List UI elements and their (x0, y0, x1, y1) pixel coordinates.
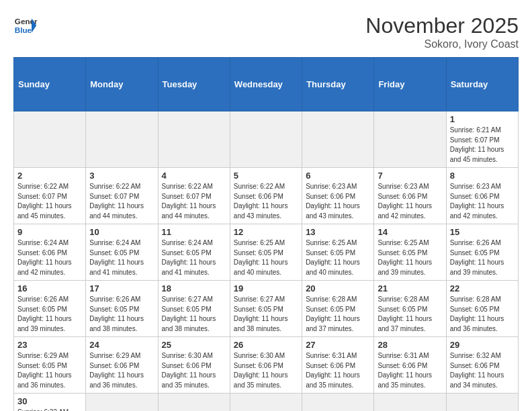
calendar-cell (86, 111, 158, 168)
calendar-title: November 2025 (365, 13, 519, 38)
calendar-table: SundayMondayTuesdayWednesdayThursdayFrid… (13, 57, 519, 411)
day-info: Sunrise: 6:28 AMSunset: 6:05 PMDaylight:… (306, 295, 370, 334)
calendar-cell (230, 394, 302, 412)
calendar-cell (302, 394, 374, 412)
day-number: 19 (234, 283, 298, 293)
day-info: Sunrise: 6:28 AMSunset: 6:05 PMDaylight:… (378, 295, 442, 334)
calendar-header-row: SundayMondayTuesdayWednesdayThursdayFrid… (14, 58, 519, 111)
day-info: Sunrise: 6:25 AMSunset: 6:05 PMDaylight:… (378, 238, 442, 277)
calendar-cell (446, 394, 518, 412)
calendar-cell: 8Sunrise: 6:23 AMSunset: 6:06 PMDaylight… (446, 168, 518, 224)
day-number: 13 (306, 227, 370, 237)
day-info: Sunrise: 6:24 AMSunset: 6:05 PMDaylight:… (89, 238, 154, 277)
calendar-week-row: 1Sunrise: 6:21 AMSunset: 6:07 PMDaylight… (14, 111, 519, 168)
day-number: 30 (17, 396, 82, 406)
day-info: Sunrise: 6:32 AMSunset: 6:06 PMDaylight:… (450, 351, 515, 390)
weekday-header: Sunday (14, 58, 86, 111)
calendar-cell: 16Sunrise: 6:26 AMSunset: 6:05 PMDayligh… (14, 281, 86, 337)
calendar-cell: 14Sunrise: 6:25 AMSunset: 6:05 PMDayligh… (374, 224, 446, 281)
day-info: Sunrise: 6:27 AMSunset: 6:05 PMDaylight:… (234, 295, 298, 334)
calendar-cell: 19Sunrise: 6:27 AMSunset: 6:05 PMDayligh… (230, 281, 302, 337)
day-info: Sunrise: 6:22 AMSunset: 6:07 PMDaylight:… (162, 182, 226, 221)
day-info: Sunrise: 6:29 AMSunset: 6:06 PMDaylight:… (89, 351, 154, 390)
calendar-cell: 27Sunrise: 6:31 AMSunset: 6:06 PMDayligh… (302, 337, 374, 394)
day-number: 17 (89, 283, 154, 293)
day-number: 10 (89, 227, 154, 237)
day-number: 15 (450, 227, 515, 237)
calendar-subtitle: Sokoro, Ivory Coast (365, 38, 519, 50)
day-info: Sunrise: 6:21 AMSunset: 6:07 PMDaylight:… (450, 126, 515, 165)
calendar-cell: 2Sunrise: 6:22 AMSunset: 6:07 PMDaylight… (14, 168, 86, 224)
day-number: 28 (378, 340, 442, 350)
calendar-cell: 7Sunrise: 6:23 AMSunset: 6:06 PMDaylight… (374, 168, 446, 224)
svg-text:Blue: Blue (15, 26, 32, 34)
calendar-cell: 20Sunrise: 6:28 AMSunset: 6:05 PMDayligh… (302, 281, 374, 337)
day-info: Sunrise: 6:26 AMSunset: 6:05 PMDaylight:… (17, 295, 82, 334)
day-info: Sunrise: 6:26 AMSunset: 6:05 PMDaylight:… (89, 295, 154, 334)
day-number: 11 (162, 227, 226, 237)
calendar-cell: 18Sunrise: 6:27 AMSunset: 6:05 PMDayligh… (158, 281, 230, 337)
day-info: Sunrise: 6:22 AMSunset: 6:07 PMDaylight:… (17, 182, 82, 221)
day-number: 25 (162, 340, 226, 350)
calendar-cell: 5Sunrise: 6:22 AMSunset: 6:06 PMDaylight… (230, 168, 302, 224)
day-number: 16 (17, 283, 82, 293)
day-number: 9 (17, 227, 82, 237)
weekday-header: Monday (86, 58, 158, 111)
day-info: Sunrise: 6:26 AMSunset: 6:05 PMDaylight:… (450, 238, 515, 277)
calendar-cell (158, 111, 230, 168)
day-number: 8 (450, 171, 515, 181)
weekday-header: Tuesday (158, 58, 230, 111)
weekday-header: Wednesday (230, 58, 302, 111)
calendar-week-row: 2Sunrise: 6:22 AMSunset: 6:07 PMDaylight… (14, 168, 519, 224)
day-number: 6 (306, 171, 370, 181)
day-number: 3 (89, 171, 154, 181)
calendar-cell: 1Sunrise: 6:21 AMSunset: 6:07 PMDaylight… (446, 111, 518, 168)
calendar-week-row: 23Sunrise: 6:29 AMSunset: 6:05 PMDayligh… (14, 337, 519, 394)
day-number: 4 (162, 171, 226, 181)
calendar-cell: 25Sunrise: 6:30 AMSunset: 6:06 PMDayligh… (158, 337, 230, 394)
day-info: Sunrise: 6:29 AMSunset: 6:05 PMDaylight:… (17, 351, 82, 390)
calendar-week-row: 30Sunrise: 6:32 AMSunset: 6:07 PMDayligh… (14, 394, 519, 412)
day-info: Sunrise: 6:30 AMSunset: 6:06 PMDaylight:… (234, 351, 298, 390)
day-number: 22 (450, 283, 515, 293)
calendar-cell: 30Sunrise: 6:32 AMSunset: 6:07 PMDayligh… (14, 394, 86, 412)
day-info: Sunrise: 6:23 AMSunset: 6:06 PMDaylight:… (378, 182, 442, 221)
day-info: Sunrise: 6:25 AMSunset: 6:05 PMDaylight:… (234, 238, 298, 277)
logo: General Blue (13, 13, 38, 38)
day-number: 24 (89, 340, 154, 350)
calendar-cell: 26Sunrise: 6:30 AMSunset: 6:06 PMDayligh… (230, 337, 302, 394)
day-number: 27 (306, 340, 370, 350)
calendar-cell: 17Sunrise: 6:26 AMSunset: 6:05 PMDayligh… (86, 281, 158, 337)
calendar-cell (158, 394, 230, 412)
calendar-cell (302, 111, 374, 168)
calendar-cell: 28Sunrise: 6:31 AMSunset: 6:06 PMDayligh… (374, 337, 446, 394)
calendar-cell: 11Sunrise: 6:24 AMSunset: 6:05 PMDayligh… (158, 224, 230, 281)
day-info: Sunrise: 6:30 AMSunset: 6:06 PMDaylight:… (162, 351, 226, 390)
weekday-header: Thursday (302, 58, 374, 111)
day-info: Sunrise: 6:23 AMSunset: 6:06 PMDaylight:… (306, 182, 370, 221)
day-info: Sunrise: 6:22 AMSunset: 6:06 PMDaylight:… (234, 182, 298, 221)
weekday-header: Friday (374, 58, 446, 111)
day-number: 1 (450, 114, 515, 124)
calendar-week-row: 9Sunrise: 6:24 AMSunset: 6:06 PMDaylight… (14, 224, 519, 281)
calendar-cell: 3Sunrise: 6:22 AMSunset: 6:07 PMDaylight… (86, 168, 158, 224)
calendar-cell: 29Sunrise: 6:32 AMSunset: 6:06 PMDayligh… (446, 337, 518, 394)
day-number: 5 (234, 171, 298, 181)
day-number: 21 (378, 283, 442, 293)
weekday-header: Saturday (446, 58, 518, 111)
day-number: 12 (234, 227, 298, 237)
day-info: Sunrise: 6:28 AMSunset: 6:05 PMDaylight:… (450, 295, 515, 334)
day-info: Sunrise: 6:23 AMSunset: 6:06 PMDaylight:… (450, 182, 515, 221)
calendar-cell: 13Sunrise: 6:25 AMSunset: 6:05 PMDayligh… (302, 224, 374, 281)
day-info: Sunrise: 6:24 AMSunset: 6:06 PMDaylight:… (17, 238, 82, 277)
day-info: Sunrise: 6:31 AMSunset: 6:06 PMDaylight:… (306, 351, 370, 390)
page-header: General Blue November 2025 Sokoro, Ivory… (13, 13, 519, 50)
day-info: Sunrise: 6:25 AMSunset: 6:05 PMDaylight:… (306, 238, 370, 277)
day-number: 20 (306, 283, 370, 293)
calendar-cell: 10Sunrise: 6:24 AMSunset: 6:05 PMDayligh… (86, 224, 158, 281)
calendar-cell: 24Sunrise: 6:29 AMSunset: 6:06 PMDayligh… (86, 337, 158, 394)
calendar-cell (86, 394, 158, 412)
day-info: Sunrise: 6:32 AMSunset: 6:07 PMDaylight:… (17, 408, 82, 411)
day-number: 23 (17, 340, 82, 350)
calendar-cell (374, 111, 446, 168)
